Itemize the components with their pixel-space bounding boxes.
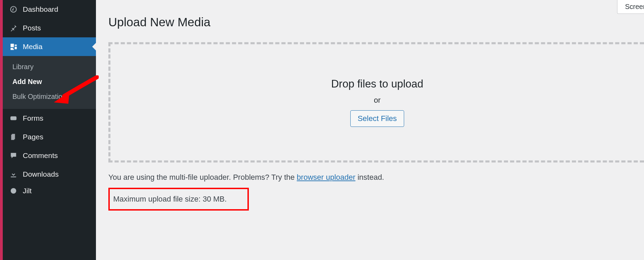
sidebar-item-label: Pages [23, 133, 43, 141]
sidebar-item-label: Comments [23, 151, 58, 160]
comments-icon [9, 151, 18, 160]
sidebar-item-label: Forms [23, 114, 43, 122]
sidebar-item-jilt[interactable]: Jilt [3, 184, 96, 196]
dashboard-icon [9, 5, 18, 14]
svg-point-0 [13, 48, 14, 49]
sidebar-item-downloads[interactable]: Downloads [3, 165, 96, 184]
uploader-note-prefix: You are using the multi-file uploader. P… [108, 173, 297, 182]
submenu-item-bulk-optimization[interactable]: Bulk Optimization [3, 89, 96, 104]
sidebar-item-media[interactable]: Media [3, 37, 96, 56]
sidebar-item-label: Downloads [23, 170, 59, 178]
sidebar-item-posts[interactable]: Posts [3, 19, 96, 37]
select-files-button[interactable]: Select Files [350, 110, 404, 127]
jilt-icon [9, 186, 18, 195]
sidebar-item-pages[interactable]: Pages [3, 128, 96, 146]
svg-point-2 [11, 188, 16, 194]
uploader-note-suffix: instead. [355, 173, 384, 182]
admin-sidebar: Dashboard Posts Media Library Add New Bu… [0, 0, 96, 260]
sidebar-item-label: Media [23, 43, 42, 51]
uploader-note: You are using the multi-file uploader. P… [108, 171, 644, 183]
max-upload-size-annotation: Maximum upload file size: 30 MB. [108, 188, 249, 211]
svg-rect-1 [10, 117, 17, 120]
pin-icon [9, 24, 18, 32]
media-submenu: Library Add New Bulk Optimization [3, 56, 96, 109]
submenu-item-add-new[interactable]: Add New [3, 74, 96, 89]
sidebar-item-dashboard[interactable]: Dashboard [3, 0, 96, 19]
browser-uploader-link[interactable]: browser uploader [297, 173, 355, 182]
screen-options-label: Screen Options [625, 3, 644, 10]
forms-icon [9, 114, 18, 123]
main-content: Screen Options Upload New Media Drop fil… [96, 0, 644, 260]
dropzone-or: or [374, 96, 381, 105]
sidebar-item-label: Jilt [23, 187, 32, 195]
media-icon [9, 42, 18, 51]
max-upload-size-text: Maximum upload file size: 30 MB. [113, 195, 227, 203]
submenu-item-label: Add New [12, 78, 42, 85]
submenu-item-label: Library [12, 63, 33, 71]
sidebar-item-forms[interactable]: Forms [3, 109, 96, 128]
sidebar-item-label: Dashboard [23, 5, 58, 13]
page-title: Upload New Media [108, 15, 644, 29]
dropzone-title: Drop files to upload [331, 78, 423, 90]
sidebar-item-comments[interactable]: Comments [3, 146, 96, 165]
screen-options-tab[interactable]: Screen Options [617, 0, 644, 14]
download-icon [9, 170, 18, 179]
upload-dropzone[interactable]: Drop files to upload or Select Files [108, 42, 644, 162]
submenu-item-library[interactable]: Library [3, 59, 96, 74]
submenu-item-label: Bulk Optimization [12, 93, 66, 100]
sidebar-item-label: Posts [23, 24, 41, 32]
pages-icon [9, 132, 18, 141]
